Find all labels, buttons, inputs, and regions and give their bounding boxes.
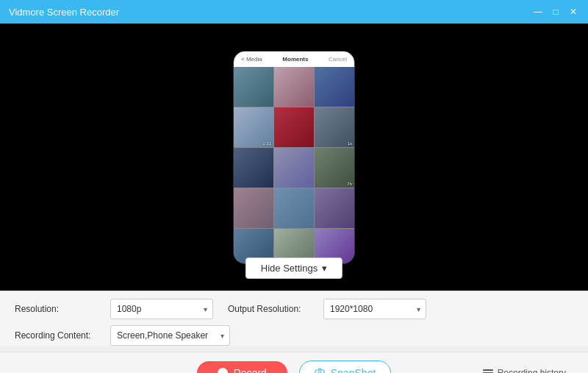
list-item[interactable]: 1s (315, 107, 354, 147)
recording-history-label: Recording history (498, 368, 566, 374)
camera-icon (315, 367, 325, 374)
list-item[interactable] (234, 148, 273, 188)
phone-media-button[interactable]: < Media (241, 56, 262, 63)
record-button[interactable]: Record (197, 361, 287, 374)
resolution-select[interactable]: 1080p 720p 480p 360p (110, 299, 213, 319)
list-item[interactable] (274, 148, 314, 188)
output-resolution-select-wrapper: 1920*1080 1280*720 640*480 ▾ (323, 299, 426, 319)
preview-area: < Media Moments Cancel 1:31 1s 7h ago,15… (0, 24, 588, 291)
settings-row-content: Recording Content: Screen,Phone Speaker … (15, 325, 573, 346)
resolution-select-wrapper: 1080p 720p 480p 360p ▾ (110, 299, 213, 319)
bottom-right-history: Recording history (391, 368, 566, 374)
output-resolution-label: Output Resolution: (228, 304, 309, 314)
settings-row-resolution: Resolution: 1080p 720p 480p 360p ▾ Outpu… (15, 299, 573, 319)
recording-history-button[interactable]: Recording history (483, 368, 566, 374)
recording-content-select-wrapper: Screen,Phone Speaker Screen Only Screen,… (110, 325, 230, 346)
photo-grid: 1:31 1s 7h ago,15s (234, 67, 354, 264)
window-controls: — □ ✕ (532, 6, 579, 18)
app-title: Vidmore Screen Recorder (9, 7, 119, 18)
resolution-label: Resolution: (15, 304, 96, 314)
phone-screen: < Media Moments Cancel 1:31 1s 7h ago,15… (233, 51, 355, 264)
close-button[interactable]: ✕ (567, 6, 579, 18)
hide-settings-label: Hide Settings (261, 263, 318, 274)
phone-cancel-button[interactable]: Cancel (329, 56, 347, 63)
hide-settings-button[interactable]: Hide Settings ▾ (245, 257, 343, 279)
snapshot-button[interactable]: SnapShot (299, 360, 392, 374)
recording-content-select[interactable]: Screen,Phone Speaker Screen Only Screen,… (110, 325, 230, 346)
output-resolution-select[interactable]: 1920*1080 1280*720 640*480 (323, 299, 426, 319)
settings-panel: Resolution: 1080p 720p 480p 360p ▾ Outpu… (0, 291, 588, 346)
menu-icon (483, 369, 493, 373)
snapshot-label: SnapShot (331, 367, 376, 374)
list-item[interactable] (315, 67, 354, 107)
list-item[interactable] (274, 107, 314, 147)
hide-settings-bar: Hide Settings ▾ (245, 257, 343, 279)
title-bar: Vidmore Screen Recorder — □ ✕ (0, 0, 588, 24)
minimize-button[interactable]: — (532, 6, 544, 18)
list-item[interactable] (315, 188, 354, 228)
list-item[interactable] (274, 188, 314, 228)
phone-moments-tab[interactable]: Moments (282, 56, 308, 63)
phone-header: < Media Moments Cancel (234, 51, 354, 67)
bottom-toolbar: Record SnapShot Recording history (0, 352, 588, 373)
list-item[interactable] (274, 67, 314, 107)
chevron-down-icon: ▾ (322, 263, 327, 274)
list-item[interactable] (234, 188, 273, 228)
list-item[interactable]: 1:31 (234, 107, 273, 147)
record-icon (218, 368, 228, 374)
recording-content-label: Recording Content: (15, 330, 96, 341)
bottom-center-actions: Record SnapShot (197, 360, 392, 374)
record-label: Record (234, 367, 267, 374)
list-item[interactable]: 7h (315, 148, 354, 188)
list-item[interactable] (234, 67, 273, 107)
maximize-button[interactable]: □ (550, 6, 562, 18)
